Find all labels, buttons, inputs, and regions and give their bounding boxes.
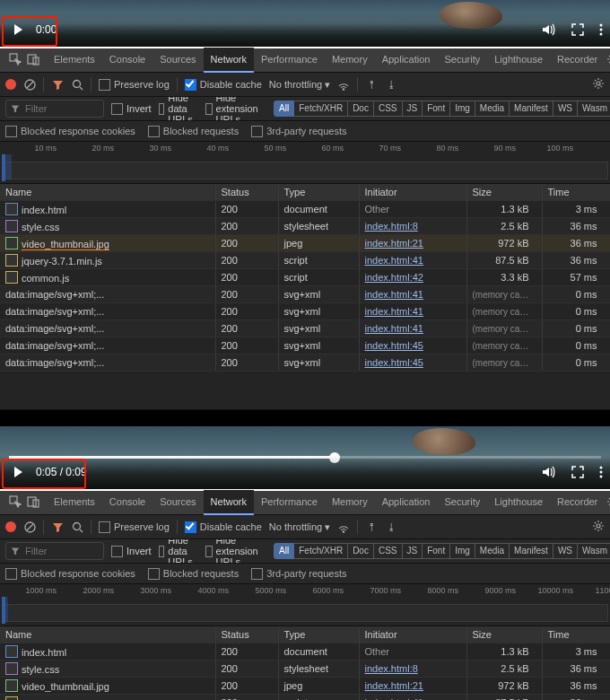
blocked-requests-checkbox[interactable]: Blocked requests bbox=[148, 126, 239, 137]
col-time[interactable]: Time bbox=[542, 626, 610, 643]
type-filter-media[interactable]: Media bbox=[475, 543, 510, 559]
disable-cache-checkbox[interactable]: Disable cache bbox=[185, 521, 262, 533]
type-filter-font[interactable]: Font bbox=[423, 543, 450, 559]
tab-performance[interactable]: Performance bbox=[254, 48, 325, 71]
type-filter-js[interactable]: JS bbox=[403, 101, 423, 117]
filter-toggle-icon[interactable] bbox=[51, 521, 64, 533]
initiator-link[interactable]: index.html:41 bbox=[365, 289, 423, 300]
tab-application[interactable]: Application bbox=[375, 490, 438, 513]
export-har-icon[interactable]: ⭳ bbox=[385, 78, 397, 91]
type-filter-img[interactable]: Img bbox=[450, 101, 475, 117]
blocked-response-cookies-checkbox[interactable]: Blocked response cookies bbox=[5, 568, 135, 580]
tab-memory[interactable]: Memory bbox=[325, 490, 375, 513]
table-row[interactable]: data:image/svg+xml;...200svg+xmlindex.ht… bbox=[0, 286, 610, 303]
more-icon[interactable] bbox=[599, 465, 603, 479]
volume-icon[interactable] bbox=[540, 464, 556, 480]
tab-performance[interactable]: Performance bbox=[254, 490, 325, 513]
col-name[interactable]: Name bbox=[0, 626, 215, 643]
col-size[interactable]: Size bbox=[466, 184, 542, 201]
invert-checkbox[interactable]: Invert bbox=[111, 546, 152, 557]
filter-input[interactable] bbox=[5, 100, 104, 118]
tab-sources[interactable]: Sources bbox=[152, 48, 203, 71]
type-filter-manifest[interactable]: Manifest bbox=[510, 543, 553, 559]
blocked-response-cookies-checkbox[interactable]: Blocked response cookies bbox=[5, 126, 135, 137]
table-row[interactable]: data:image/svg+xml;...200svg+xmlindex.ht… bbox=[0, 354, 610, 372]
import-har-icon[interactable]: ⭱ bbox=[365, 78, 378, 91]
fullscreen-icon[interactable] bbox=[571, 465, 585, 479]
clear-icon[interactable] bbox=[23, 78, 36, 91]
table-row[interactable]: index.html200documentOther1.3 kB3 ms bbox=[0, 201, 610, 218]
tab-recorder[interactable]: Recorder bbox=[550, 490, 605, 513]
col-type[interactable]: Type bbox=[278, 626, 359, 643]
tab-network[interactable]: Network bbox=[204, 48, 254, 73]
type-filter-fetchxhr[interactable]: Fetch/XHR bbox=[294, 543, 348, 559]
table-row[interactable]: data:image/svg+xml;...200svg+xmlindex.ht… bbox=[0, 320, 610, 337]
col-type[interactable]: Type bbox=[278, 184, 359, 201]
inspect-element-icon[interactable] bbox=[9, 495, 22, 510]
col-initiator[interactable]: Initiator bbox=[359, 184, 466, 201]
table-header-row[interactable]: Name Status Type Initiator Size Time bbox=[0, 626, 610, 643]
settings-icon[interactable] bbox=[606, 53, 610, 67]
disable-cache-checkbox[interactable]: Disable cache bbox=[185, 79, 262, 91]
tab-elements[interactable]: Elements bbox=[47, 48, 102, 71]
hide-extension-urls-checkbox[interactable]: Hide extension URLs bbox=[205, 539, 263, 564]
initiator-link[interactable]: index.html:41 bbox=[365, 255, 423, 266]
table-row[interactable]: common.js200scriptindex.html:423.3 kB57 … bbox=[0, 269, 610, 286]
type-filter-doc[interactable]: Doc bbox=[348, 101, 374, 117]
initiator-link[interactable]: index.html:41 bbox=[365, 306, 423, 317]
network-conditions-icon[interactable] bbox=[337, 521, 350, 533]
tab-elements[interactable]: Elements bbox=[47, 490, 102, 513]
search-icon[interactable] bbox=[71, 521, 83, 533]
type-filter-font[interactable]: Font bbox=[423, 101, 450, 117]
network-conditions-icon[interactable] bbox=[337, 78, 350, 91]
record-button[interactable] bbox=[5, 79, 16, 90]
device-toggle-icon[interactable] bbox=[27, 495, 39, 510]
table-row[interactable]: video_thumbnail.jpg200jpegindex.html:219… bbox=[0, 678, 610, 695]
filter-toggle-icon[interactable] bbox=[51, 78, 64, 91]
hide-data-urls-checkbox[interactable]: Hide data URLs bbox=[159, 97, 199, 121]
type-filter-ws[interactable]: WS bbox=[553, 543, 578, 559]
inspect-element-icon[interactable] bbox=[9, 53, 22, 67]
throttling-select[interactable]: No throttling▾ bbox=[269, 521, 330, 533]
type-filter-doc[interactable]: Doc bbox=[348, 543, 374, 559]
preserve-log-checkbox[interactable]: Preserve log bbox=[99, 521, 170, 533]
preserve-log-checkbox[interactable]: Preserve log bbox=[99, 79, 170, 91]
network-timeline[interactable]: 10 ms20 ms30 ms40 ms50 ms60 ms70 ms80 ms… bbox=[0, 142, 610, 184]
col-status[interactable]: Status bbox=[215, 626, 278, 643]
play-button[interactable] bbox=[5, 459, 30, 485]
type-filter-ws[interactable]: WS bbox=[553, 101, 578, 117]
network-timeline[interactable]: 1000 ms2000 ms3000 ms4000 ms5000 ms6000 … bbox=[0, 584, 610, 626]
tab-security[interactable]: Security bbox=[437, 48, 487, 71]
tab-network[interactable]: Network bbox=[204, 490, 254, 515]
table-row[interactable]: style.css200stylesheetindex.html:82.5 kB… bbox=[0, 661, 610, 678]
video-player-2[interactable]: 0:05 / 0:09 bbox=[0, 426, 610, 489]
hide-data-urls-checkbox[interactable]: Hide data URLs bbox=[159, 539, 199, 564]
throttling-select[interactable]: No throttling▾ bbox=[269, 79, 330, 91]
tab-lighthouse[interactable]: Lighthouse bbox=[487, 48, 550, 71]
initiator-link[interactable]: index.html:42 bbox=[365, 272, 423, 283]
tab-console[interactable]: Console bbox=[102, 490, 152, 513]
table-row[interactable]: jquery-3.7.1.min.js200scriptindex.html:4… bbox=[0, 252, 610, 269]
table-row[interactable]: data:image/svg+xml;...200svg+xmlindex.ht… bbox=[0, 303, 610, 320]
table-row[interactable]: data:image/svg+xml;...200svg+xmlindex.ht… bbox=[0, 337, 610, 354]
type-filter-js[interactable]: JS bbox=[403, 543, 423, 559]
export-har-icon[interactable]: ⭳ bbox=[385, 521, 397, 533]
filter-input[interactable] bbox=[5, 542, 104, 560]
col-size[interactable]: Size bbox=[466, 626, 542, 643]
type-filter-media[interactable]: Media bbox=[475, 101, 510, 117]
blocked-requests-checkbox[interactable]: Blocked requests bbox=[148, 568, 239, 580]
initiator-link[interactable]: index.html:41 bbox=[365, 323, 423, 334]
settings-icon[interactable] bbox=[606, 495, 610, 510]
type-filter-wasm[interactable]: Wasm bbox=[578, 543, 610, 559]
table-row[interactable]: style.css200stylesheetindex.html:82.5 kB… bbox=[0, 218, 610, 235]
type-filter-img[interactable]: Img bbox=[450, 543, 475, 559]
initiator-link[interactable]: index.html:8 bbox=[365, 221, 418, 232]
type-filter-css[interactable]: CSS bbox=[374, 543, 403, 559]
record-button[interactable] bbox=[5, 521, 16, 532]
table-header-row[interactable]: Name Status Type Initiator Size Time bbox=[0, 184, 610, 201]
type-filter-wasm[interactable]: Wasm bbox=[578, 101, 610, 117]
filter-field[interactable] bbox=[23, 545, 99, 557]
third-party-checkbox[interactable]: 3rd-party requests bbox=[251, 568, 346, 580]
play-button[interactable] bbox=[5, 17, 30, 42]
type-filter-fetchxhr[interactable]: Fetch/XHR bbox=[294, 101, 348, 117]
